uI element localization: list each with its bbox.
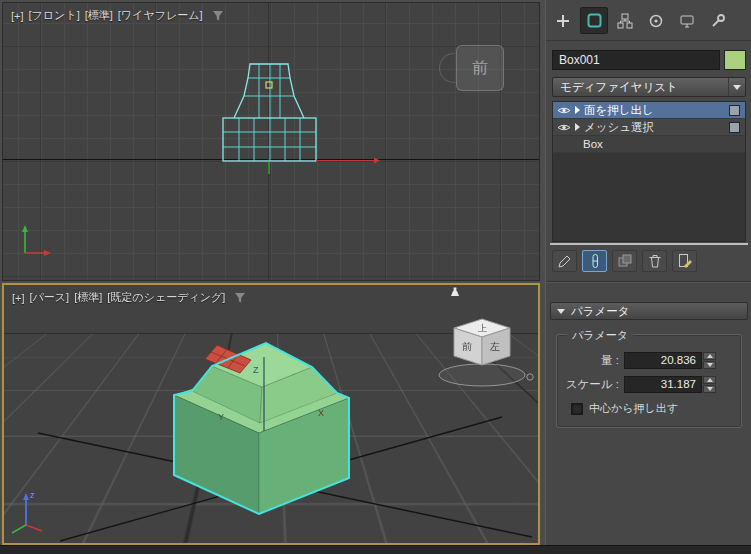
show-end-result-icon (587, 253, 603, 269)
command-panel-tabs (549, 7, 732, 37)
modifier-stack-list: 面を押し出し メッシュ選択 Box (552, 101, 746, 242)
spinner-down-button[interactable] (703, 361, 716, 369)
command-panel: Box001 モディファイヤリスト 面を押し出し メッシュ選択 Box (545, 0, 751, 545)
amount-input[interactable]: 20.836 (624, 352, 702, 369)
modifier-toggle-box[interactable] (729, 105, 740, 116)
viewport-menu-standard[interactable]: [標準] (85, 8, 113, 23)
axis-tripod-perspective: z (12, 490, 42, 533)
viewcube-perspective[interactable]: 上 前 左 (432, 313, 538, 393)
rollout-collapse-icon (557, 309, 565, 314)
viewport-menu-shading[interactable]: [既定のシェーディング] (107, 290, 225, 305)
svg-text:z: z (30, 490, 35, 500)
perspective-viewport-label: [+] [パース] [標準] [既定のシェーディング] (12, 290, 246, 305)
tab-utilities[interactable] (704, 7, 732, 34)
viewport-front[interactable]: [+] [フロント] [標準] [ワイヤフレーム] (2, 2, 540, 281)
spinner-up-icon (707, 378, 713, 382)
spinner-up-button[interactable] (703, 352, 716, 360)
spinner-down-icon (707, 363, 713, 367)
stack-toolbar (552, 250, 697, 272)
viewport-menu-shading[interactable]: [ワイヤフレーム] (118, 8, 203, 23)
spinner-up-icon (707, 354, 713, 358)
extrude-from-center-row[interactable]: 中心から押し出す (571, 401, 678, 416)
object-color-swatch[interactable] (724, 50, 746, 70)
make-unique-button[interactable] (612, 250, 637, 272)
viewcube-front-ghost[interactable]: 前 (456, 45, 504, 91)
scale-spinner[interactable] (703, 376, 716, 393)
amount-spinner[interactable] (703, 352, 716, 369)
filter-icon[interactable] (212, 10, 224, 22)
scale-param-row: スケール : 31.187 (557, 375, 741, 393)
display-icon (679, 13, 695, 29)
svg-text:X: X (318, 408, 324, 418)
amount-label: 量 : (557, 353, 619, 368)
viewport-menu-plus[interactable]: [+] (12, 292, 25, 304)
modifier-row-face-extrude[interactable]: 面を押し出し (553, 102, 745, 119)
parameters-group: パラメータ 量 : 20.836 スケール : 31.187 (556, 334, 742, 428)
svg-text:Z: Z (253, 365, 259, 375)
remove-modifier-button[interactable] (642, 250, 667, 272)
make-unique-icon (617, 253, 633, 269)
viewcube-menu-dot (527, 374, 533, 380)
viewport-menu-view[interactable]: [フロント] (29, 8, 80, 23)
pin-stack-button[interactable] (552, 250, 577, 272)
group-title: パラメータ (567, 328, 633, 343)
svg-text:左: 左 (490, 341, 500, 352)
viewport-perspective[interactable]: [+] [パース] [標準] [既定のシェーディング] (2, 283, 540, 545)
spinner-down-icon (707, 387, 713, 391)
modifier-toggle-box[interactable] (729, 122, 740, 133)
scene-object-icon (451, 288, 459, 297)
spinner-up-button[interactable] (703, 376, 716, 384)
svg-text:上: 上 (478, 323, 487, 333)
panel-divider (546, 281, 751, 283)
utilities-icon (710, 13, 726, 29)
modifier-row-box[interactable]: Box (553, 136, 745, 153)
filter-icon[interactable] (234, 292, 246, 304)
scale-input[interactable]: 31.187 (624, 376, 702, 393)
viewport-menu-view[interactable]: [パース] (30, 290, 70, 305)
modifier-row-mesh-select[interactable]: メッシュ選択 (553, 119, 745, 136)
configure-modifier-button[interactable] (672, 250, 697, 272)
eye-icon[interactable] (557, 123, 571, 132)
face-extrude-gizmo (266, 82, 272, 88)
extrude-from-center-checkbox[interactable] (571, 403, 583, 415)
tab-display[interactable] (673, 7, 701, 34)
hierarchy-icon (617, 13, 633, 29)
3ds-max-window: [+] [フロント] [標準] [ワイヤフレーム] (0, 0, 751, 554)
spinner-down-button[interactable] (703, 385, 716, 393)
scale-label: スケール : (557, 377, 619, 392)
axis-tripod-front (22, 225, 51, 256)
parameters-rollout-header[interactable]: パラメータ (550, 302, 748, 320)
status-bar-edge (0, 545, 751, 554)
tab-create[interactable] (549, 7, 577, 34)
tab-modify[interactable] (580, 7, 608, 34)
eye-icon[interactable] (557, 106, 571, 115)
chevron-down-icon (733, 85, 741, 90)
stack-resize-splitter[interactable] (550, 243, 748, 245)
viewport-menu-standard[interactable]: [標準] (74, 290, 102, 305)
modifier-list-dropdown[interactable]: モディファイヤリスト (552, 77, 746, 97)
trash-icon (647, 253, 663, 269)
motion-icon (648, 13, 664, 29)
tab-hierarchy[interactable] (611, 7, 639, 34)
expand-arrow-icon[interactable] (575, 106, 580, 114)
create-icon (555, 13, 571, 29)
show-end-result-button[interactable] (582, 250, 607, 272)
object-name-field[interactable]: Box001 (552, 50, 720, 70)
configure-icon (677, 253, 693, 269)
expand-arrow-icon[interactable] (575, 123, 580, 131)
checkbox-label: 中心から押し出す (589, 401, 678, 416)
tab-motion[interactable] (642, 7, 670, 34)
amount-param-row: 量 : 20.836 (557, 351, 741, 369)
svg-text:前: 前 (462, 341, 472, 352)
modify-icon (586, 12, 603, 29)
svg-text:Y: Y (218, 412, 224, 422)
tabs-divider (546, 40, 751, 41)
viewport-menu-plus[interactable]: [+] (11, 10, 24, 22)
front-viewport-label: [+] [フロント] [標準] [ワイヤフレーム] (11, 8, 224, 23)
pin-stack-icon (557, 253, 573, 269)
